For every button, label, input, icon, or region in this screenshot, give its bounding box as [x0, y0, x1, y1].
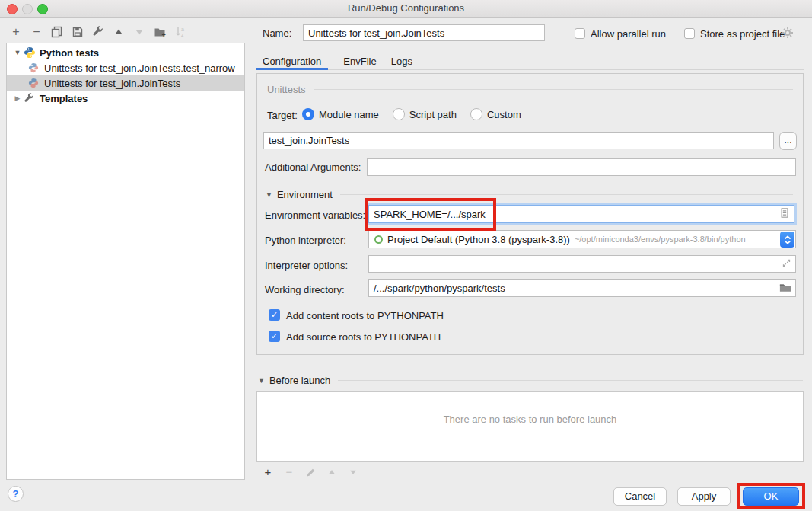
edit-defaults-wrench-icon[interactable]: [90, 24, 107, 40]
tab-logs[interactable]: Logs: [391, 56, 412, 67]
window-title: Run/Debug Configurations: [0, 0, 812, 17]
python-interpreter-select[interactable]: Project Default (Python 3.8 (pyspark-3.8…: [368, 230, 796, 248]
tree-item-python-tests[interactable]: ▼ Python tests: [7, 45, 244, 60]
configurations-tree: ▼ Python tests Unittests for test_join.J…: [6, 43, 245, 480]
interpreter-options-input[interactable]: [368, 255, 796, 273]
remove-icon[interactable]: −: [28, 24, 45, 40]
active-tab-underline: [256, 68, 328, 70]
collapse-arrow-icon[interactable]: ▼: [266, 191, 272, 199]
interpreter-dropdown-button[interactable]: [780, 232, 794, 248]
tree-item-label: Python tests: [40, 47, 99, 59]
browse-button[interactable]: ...: [779, 132, 797, 150]
before-launch-section-header[interactable]: ▼ Before launch: [258, 375, 803, 386]
tree-item-templates[interactable]: ▶ Templates: [7, 91, 244, 106]
python-test-icon: [28, 62, 41, 74]
additional-arguments-label: Additional Arguments:: [265, 161, 361, 173]
environment-section-label: Environment: [277, 189, 333, 200]
radio-custom-label: Custom: [487, 109, 521, 120]
interpreter-options-label: Interpreter options:: [265, 260, 348, 271]
module-name-input[interactable]: test_join.JoinTests: [263, 132, 774, 149]
working-directory-input[interactable]: /.../spark/python/pyspark/tests: [368, 279, 796, 297]
new-folder-icon[interactable]: +: [151, 24, 168, 40]
run-debug-configurations-dialog: { "window": { "title": "Run/Debug Config…: [0, 0, 812, 511]
python-test-icon: [28, 77, 41, 89]
close-button[interactable]: [7, 4, 18, 14]
move-task-down-icon[interactable]: [345, 465, 361, 480]
before-launch-task-list[interactable]: There are no tasks to run before launch: [256, 391, 804, 462]
svg-text:+: +: [161, 31, 165, 39]
store-as-project-file-label: Store as project file: [700, 28, 785, 40]
tree-item-unittests-jointests[interactable]: Unittests for test_join.JoinTests: [7, 75, 244, 91]
before-launch-label: Before launch: [269, 375, 330, 386]
unittests-section-label: Unittests: [267, 84, 306, 95]
minimize-button[interactable]: [22, 4, 33, 14]
folder-icon[interactable]: [779, 282, 791, 295]
add-icon[interactable]: +: [8, 24, 24, 40]
help-button[interactable]: ?: [8, 486, 24, 502]
svg-text:z: z: [181, 32, 184, 37]
tree-item-unittests-test-narrow[interactable]: Unittests for test_join.JoinTests.test_n…: [7, 60, 244, 75]
ok-button[interactable]: OK: [743, 487, 799, 506]
tree-item-label: Templates: [40, 93, 88, 104]
add-task-icon[interactable]: +: [260, 465, 276, 480]
target-label: Target:: [267, 110, 298, 121]
radio-module-name-label: Module name: [319, 109, 379, 120]
wrench-icon: [24, 92, 37, 104]
add-content-roots-checkbox[interactable]: ✓: [269, 309, 280, 321]
expand-arrow-icon[interactable]: ▶: [11, 94, 24, 102]
radio-custom[interactable]: [470, 108, 482, 120]
collapse-arrow-icon[interactable]: ▼: [258, 377, 265, 385]
add-content-roots-label: Add content roots to PYTHONPATH: [286, 310, 444, 321]
svg-text:a: a: [181, 27, 184, 32]
radio-script-path-label: Script path: [409, 109, 457, 120]
collapse-arrow-icon[interactable]: ▼: [11, 49, 24, 56]
remove-task-icon[interactable]: −: [281, 465, 298, 480]
settings-gear-icon[interactable]: [782, 27, 794, 41]
additional-arguments-input[interactable]: [367, 158, 796, 176]
move-up-icon[interactable]: [110, 24, 127, 40]
working-directory-label: Working directory:: [265, 284, 345, 295]
tab-configuration[interactable]: Configuration: [256, 56, 327, 67]
python-interpreter-value: Project Default (Python 3.8 (pyspark-3.8…: [387, 234, 570, 245]
save-icon[interactable]: [69, 24, 86, 40]
python-icon: [24, 46, 37, 59]
title-bar: Run/Debug Configurations: [0, 0, 812, 18]
store-as-project-file-checkbox[interactable]: [684, 28, 695, 39]
before-launch-toolbar: + −: [260, 465, 366, 480]
name-label: Name:: [263, 27, 291, 39]
zoom-button[interactable]: [37, 4, 48, 14]
add-source-roots-checkbox[interactable]: ✓: [269, 331, 280, 342]
environment-variables-input[interactable]: SPARK_HOME=/.../spark: [368, 205, 794, 223]
tab-envfile[interactable]: EnvFile: [343, 56, 376, 67]
copy-icon[interactable]: [49, 24, 65, 40]
environment-section-header[interactable]: ▼ Environment: [266, 189, 793, 200]
radio-module-name[interactable]: [302, 108, 314, 120]
radio-script-path[interactable]: [393, 108, 405, 120]
name-input[interactable]: Unittests for test_join.JoinTests: [303, 24, 545, 41]
tab-divider: [256, 69, 804, 70]
configuration-group: Unittests Target: Module name Script pat…: [256, 73, 804, 355]
browse-variables-icon[interactable]: [779, 208, 790, 221]
tree-item-label: Unittests for test_join.JoinTests.test_n…: [44, 62, 235, 74]
move-task-up-icon[interactable]: [323, 465, 340, 480]
configurations-toolbar: + − + az: [8, 23, 193, 41]
expand-field-icon[interactable]: [782, 258, 791, 270]
conda-env-icon: [374, 235, 383, 244]
environment-variables-label: Environment variables:: [265, 209, 365, 221]
edit-pencil-icon[interactable]: [302, 465, 319, 480]
target-options: Module name Script path Custom: [302, 108, 535, 120]
unittests-section-header: Unittests: [267, 84, 793, 95]
allow-parallel-run-checkbox[interactable]: [575, 28, 585, 39]
cancel-button[interactable]: Cancel: [613, 487, 667, 506]
sort-alphabetically-icon[interactable]: az: [172, 24, 189, 40]
python-interpreter-path: ~/opt/miniconda3/envs/pyspark-3.8/bin/py…: [575, 235, 746, 244]
before-launch-empty-message: There are no tasks to run before launch: [444, 414, 617, 461]
tree-item-label: Unittests for test_join.JoinTests: [44, 78, 180, 89]
python-interpreter-label: Python interpreter:: [265, 235, 346, 246]
add-source-roots-label: Add source roots to PYTHONPATH: [286, 331, 441, 343]
move-down-icon[interactable]: [131, 24, 148, 40]
apply-button[interactable]: Apply: [677, 487, 731, 506]
allow-parallel-run-label: Allow parallel run: [591, 28, 666, 40]
